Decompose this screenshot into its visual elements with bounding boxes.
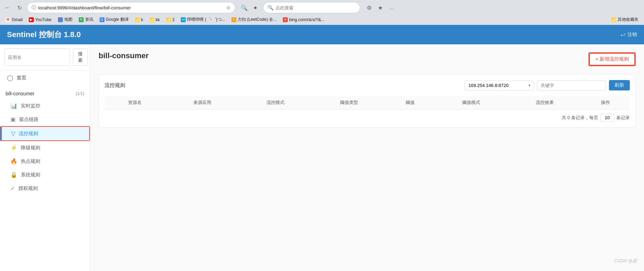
sidebar-nav: ◯ 首页 bill-consumer (1/1) 📊 实时监控 ▣ 簇点链路	[0, 70, 90, 271]
table-column-header: 来源应用	[166, 96, 239, 110]
browser-actions: 🔍 ●	[239, 3, 260, 12]
chart-icon: 📊	[10, 103, 17, 109]
bookmark-label-youtube: YouTube	[35, 17, 51, 22]
bookmark-gmail[interactable]: MGmail	[3, 17, 25, 23]
sidebar-item-chain[interactable]: ▣ 簇点链路	[0, 113, 90, 126]
filter-icon: ▽	[11, 130, 15, 137]
bookmark-label-maps: 地图	[64, 17, 73, 23]
bookmarks-bar: MGmail▶YouTube📍地图N资讯GGoogle 翻译📁k📁kk📁2bil…	[0, 15, 644, 25]
refresh-button[interactable]: ↻	[15, 3, 24, 12]
address-bar[interactable]	[38, 5, 224, 10]
bookmark-folder-2[interactable]: 📁2	[163, 17, 178, 23]
bookmark-translate[interactable]: GGoogle 翻译	[97, 16, 132, 23]
unit-text: 条记录	[616, 115, 630, 121]
app-title: Sentinel 控制台 1.8.0	[7, 29, 81, 40]
flow-label: 流控规则	[19, 131, 38, 137]
logout-button[interactable]: ⮐ 注销	[620, 32, 637, 38]
bookmark-leetcode[interactable]: 力力扣 (LeetCode) 全...	[229, 16, 280, 23]
bookmark-label-folder-2: 2	[172, 17, 175, 22]
sidebar-item-degrade[interactable]: ⚡ 降级规则	[0, 141, 90, 155]
app-container: Sentinel 控制台 1.8.0 ⮐ 注销 搜索 ◯ 首页 bill-con…	[0, 25, 644, 271]
home-icon: ◯	[7, 75, 13, 81]
realtime-label: 实时监控	[21, 103, 40, 109]
table-column-header: 资源名	[104, 96, 166, 110]
fire-icon: 🔥	[10, 158, 17, 165]
browser-chrome: ← ↻ ⓘ ☆ 🔍 ● 🔍 ⚙ ★ … MGmail▶YouTube📍地图N资讯…	[0, 0, 644, 25]
search-input[interactable]	[276, 5, 356, 10]
sidebar-item-system[interactable]: 🔒 系统规则	[0, 168, 90, 182]
app-header: Sentinel 控制台 1.8.0 ⮐ 注销	[0, 25, 644, 44]
sidebar-search: 搜索	[0, 44, 90, 70]
table-column-header: 阈值	[386, 96, 434, 110]
favorites-icon[interactable]: ★	[375, 3, 385, 12]
chain-label: 簇点链路	[19, 116, 39, 123]
table-column-header: 阈值模式	[434, 96, 508, 110]
sidebar-item-hotspot[interactable]: 🔥 热点规则	[0, 155, 90, 168]
more-menu-icon[interactable]: …	[387, 3, 396, 12]
info-icon: ⓘ	[32, 5, 36, 11]
table-column-header: 阈值类型	[312, 96, 386, 110]
sidebar-app-group: bill-consumer (1/1) 📊 实时监控 ▣ 簇点链路 ▽	[0, 85, 90, 198]
toolbar-right: 169.254.146.8:8720 刷新	[465, 80, 630, 90]
sidebar-app-name: bill-consumer	[6, 91, 34, 96]
search-bar-container: 🔍	[263, 2, 360, 13]
bookmark-bing[interactable]: Bbing.com/ck/a?!&...	[280, 17, 327, 23]
bolt-icon: ⚡	[10, 145, 17, 151]
bookmark-label-folder-k: k	[141, 17, 143, 22]
bookmark-bilibili[interactable]: bili哔哩哔哩 (゜-゜)つ...	[178, 16, 228, 23]
sidebar-item-auth[interactable]: ✓ 授权规则	[0, 182, 90, 195]
table-header-row: 资源名来源应用流控模式阈值类型阈值阈值模式流控效果操作	[104, 96, 630, 110]
bookmark-folder-kk[interactable]: 📁kk	[147, 17, 163, 23]
section-label: 流控规则	[104, 82, 132, 89]
bookmark-news[interactable]: N资讯	[76, 16, 96, 23]
browser-menu-buttons: ⚙ ★ …	[364, 3, 396, 12]
app-search-button[interactable]: 搜索	[73, 49, 88, 66]
bookmark-maps[interactable]: 📍地图	[55, 16, 75, 23]
nav-buttons: ← ↻	[3, 3, 24, 12]
search-icon: 🔍	[268, 5, 273, 10]
watermark: CSDN @蔚	[614, 258, 637, 264]
app-search-input[interactable]	[4, 49, 70, 66]
flow-rule-active-wrapper: ▽ 流控规则	[0, 126, 90, 141]
main-content: bill-consumer + 新增流控规则 流控规则 169.254.146.…	[90, 44, 644, 271]
sidebar: 搜索 ◯ 首页 bill-consumer (1/1) 📊 实时监控	[0, 44, 90, 271]
add-rule-button[interactable]: + 新增流控规则	[589, 53, 635, 65]
page-size-input[interactable]	[600, 114, 614, 122]
bookmark-folder-k[interactable]: 📁k	[132, 17, 146, 23]
keyword-input[interactable]	[537, 80, 606, 90]
edge-icon[interactable]: ●	[251, 3, 260, 12]
bookmark-label-other: 其他收藏夹	[618, 17, 638, 23]
search-action-icon[interactable]: 🔍	[239, 3, 249, 12]
sidebar-item-flow[interactable]: ▽ 流控规则	[1, 127, 89, 140]
lock-icon: 🔒	[10, 172, 17, 178]
table-column-header: 流控效果	[508, 96, 582, 110]
table-column-header: 操作	[582, 96, 630, 110]
back-button[interactable]: ←	[3, 3, 12, 12]
page-title: bill-consumer	[99, 51, 149, 60]
sidebar-item-home[interactable]: ◯ 首页	[0, 70, 90, 85]
star-icon[interactable]: ☆	[226, 5, 231, 10]
bookmark-label-leetcode: 力扣 (LeetCode) 全...	[238, 17, 277, 23]
refresh-button[interactable]: 刷新	[609, 80, 630, 90]
bookmark-other[interactable]: 📁其他收藏夹	[609, 16, 641, 23]
sidebar-item-realtime[interactable]: 📊 实时监控	[0, 99, 90, 113]
table-footer: 共 0 条记录，每页 条记录	[104, 114, 630, 122]
bookmark-youtube[interactable]: ▶YouTube	[26, 17, 54, 23]
bookmark-label-news: 资讯	[85, 17, 93, 23]
page-header: bill-consumer + 新增流控规则	[99, 51, 636, 67]
table-header: 资源名来源应用流控模式阈值类型阈值阈值模式流控效果操作	[104, 96, 630, 110]
bookmark-label-bing: bing.com/ck/a?!&...	[289, 17, 324, 22]
bookmark-label-bilibili: 哔哩哔哩 (゜-゜)つ...	[187, 17, 225, 23]
app-body: 搜索 ◯ 首页 bill-consumer (1/1) 📊 实时监控	[0, 44, 644, 271]
ip-select[interactable]: 169.254.146.8:8720	[465, 80, 534, 90]
address-bar-container: ⓘ ☆	[27, 2, 235, 13]
browser-toolbar: ← ↻ ⓘ ☆ 🔍 ● 🔍 ⚙ ★ …	[0, 0, 644, 15]
app-group-header[interactable]: bill-consumer (1/1)	[0, 88, 90, 99]
content-card: 流控规则 169.254.146.8:8720 刷新	[99, 74, 636, 128]
hotspot-label: 热点规则	[21, 158, 40, 165]
home-label: 首页	[17, 75, 26, 81]
sidebar-app-count: (1/1)	[76, 91, 84, 96]
extensions-icon[interactable]: ⚙	[364, 3, 374, 12]
bookmark-label-translate: Google 翻译	[106, 17, 129, 23]
link-icon: ▣	[10, 116, 16, 123]
